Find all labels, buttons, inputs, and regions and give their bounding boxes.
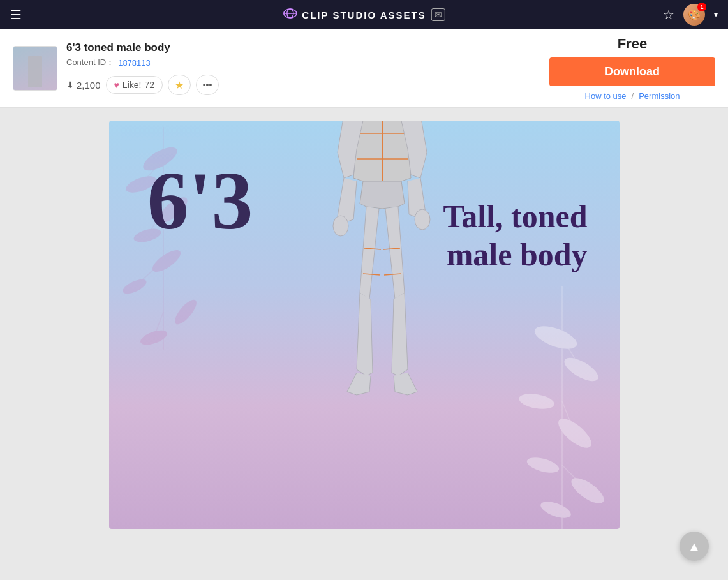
hamburger-menu-icon[interactable]: ☰ bbox=[10, 7, 22, 22]
asset-thumbnail bbox=[13, 46, 57, 91]
like-count: 72 bbox=[144, 80, 154, 90]
asset-preview: 6'3 Tall, toned male body bbox=[109, 121, 620, 529]
download-button[interactable]: Download bbox=[549, 57, 715, 86]
favorites-icon[interactable]: ☆ bbox=[663, 7, 674, 22]
permission-row: How to use / Permission bbox=[585, 91, 680, 101]
svg-point-22 bbox=[333, 216, 348, 236]
content-id-link[interactable]: 1878113 bbox=[118, 58, 151, 68]
favorite-button[interactable]: ★ bbox=[168, 75, 191, 95]
site-title: CLIP STUDIO ASSETS bbox=[302, 10, 426, 20]
arrow-up-icon: ▲ bbox=[688, 539, 701, 554]
scroll-to-top-button[interactable]: ▲ bbox=[680, 532, 709, 561]
svg-point-31 bbox=[517, 391, 555, 411]
content-id-label: Content ID： bbox=[66, 57, 114, 68]
like-label: Like! bbox=[123, 80, 142, 90]
purchase-panel: Free Download How to use / Permission bbox=[549, 36, 715, 101]
svg-point-7 bbox=[149, 246, 183, 276]
leaves-right-decoration bbox=[428, 274, 620, 529]
preview-image: 6'3 Tall, toned male body bbox=[109, 121, 620, 529]
asset-info: 6'3 toned male body Content ID： 1878113 … bbox=[66, 41, 219, 95]
asset-title: 6'3 toned male body bbox=[66, 41, 219, 54]
more-options-button[interactable]: ••• bbox=[196, 75, 219, 95]
notification-badge: 1 bbox=[697, 3, 706, 11]
mail-icon[interactable]: ✉ bbox=[431, 8, 445, 21]
asset-actions: ⬇ 2,100 ♥ Like! 72 ★ ••• bbox=[66, 75, 219, 95]
how-to-use-link[interactable]: How to use bbox=[585, 91, 627, 101]
permission-link[interactable]: Permission bbox=[639, 91, 680, 101]
like-button[interactable]: ♥ Like! 72 bbox=[106, 76, 163, 94]
height-label: 6'3 bbox=[147, 159, 253, 242]
ellipsis-icon: ••• bbox=[203, 80, 212, 90]
svg-point-35 bbox=[539, 498, 573, 521]
svg-point-9 bbox=[171, 297, 200, 327]
download-count-value: 2,100 bbox=[77, 80, 101, 91]
heart-icon: ♥ bbox=[114, 80, 119, 90]
content-id-row: Content ID： 1878113 bbox=[66, 57, 219, 68]
svg-point-33 bbox=[525, 455, 560, 476]
top-navigation: ☰ CLIP STUDIO ASSETS ✉ ☆ 🎨 1 ▾ bbox=[0, 0, 728, 29]
price-label: Free bbox=[618, 36, 647, 52]
separator: / bbox=[632, 91, 634, 101]
asset-header: 6'3 toned male body Content ID： 1878113 … bbox=[0, 29, 728, 108]
user-avatar[interactable]: 🎨 1 bbox=[683, 4, 705, 26]
logo-icon bbox=[283, 8, 297, 22]
svg-point-24 bbox=[415, 209, 430, 230]
svg-point-29 bbox=[531, 322, 579, 353]
download-count-icon: ⬇ bbox=[66, 80, 74, 90]
main-content: 6'3 Tall, toned male body bbox=[0, 108, 728, 580]
download-count: ⬇ 2,100 bbox=[66, 80, 101, 91]
user-menu-chevron[interactable]: ▾ bbox=[714, 10, 718, 19]
star-icon: ★ bbox=[175, 79, 184, 91]
svg-line-14 bbox=[135, 261, 163, 286]
